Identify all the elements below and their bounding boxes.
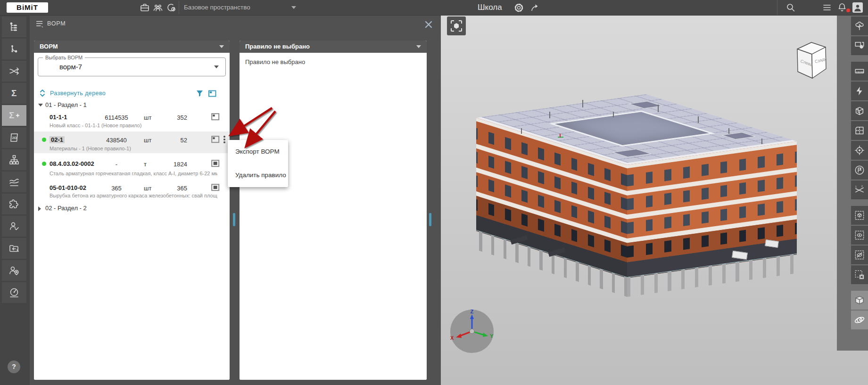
svg-text:2: 2 <box>861 185 863 188</box>
row-value: 6114535 <box>91 114 142 121</box>
bopm-panel-body: Выбрать ВОРМ ворм-7 Развернуть дерево 01… <box>34 53 230 380</box>
3d-viewport[interactable]: Слева Сзади Z X Y <box>441 15 868 385</box>
expand-tree-link[interactable]: Развернуть дерево <box>50 90 106 97</box>
navigation-cube[interactable]: Слева Сзади <box>794 36 831 83</box>
stairs <box>765 239 779 248</box>
project-title: Школа <box>478 3 502 12</box>
row-qty: 365 <box>165 185 187 192</box>
search-icon[interactable] <box>785 2 796 13</box>
row-value: - <box>91 161 142 168</box>
chevron-down-icon[interactable] <box>416 45 421 48</box>
row-qty: 352 <box>165 114 187 121</box>
floorplan-icon[interactable] <box>851 121 868 140</box>
frame-corner-icon[interactable] <box>211 136 220 143</box>
flash-icon[interactable] <box>851 82 868 100</box>
scrollbar-thumb[interactable] <box>233 213 235 226</box>
tree-section[interactable]: 01 - Раздел - 1 <box>45 101 87 108</box>
isolate-cube-icon[interactable] <box>851 206 868 225</box>
caret-down-icon[interactable] <box>291 6 296 9</box>
axes-grid-icon[interactable]: 21 <box>851 180 868 199</box>
row-unit: шт <box>144 114 151 121</box>
model-tree-icon[interactable] <box>2 16 26 37</box>
folder-export-icon[interactable] <box>2 238 26 259</box>
menu-item-export-bopm[interactable]: Экспорт ВОРМ <box>228 140 288 164</box>
notifications-bell-icon[interactable] <box>836 2 848 13</box>
row-desc: Материалы - 1 (Новое правило-1) <box>50 146 217 151</box>
row-unit: т <box>144 161 147 168</box>
deselect-icon[interactable] <box>851 265 868 284</box>
select-objects-icon[interactable] <box>851 36 868 55</box>
workspace-select[interactable]: Базовое пространство <box>184 4 250 11</box>
row-desc: Новый класс - 01-1-1 (Новое правило) <box>50 123 217 128</box>
dashboard-gauge-icon[interactable] <box>2 282 26 303</box>
plugins-icon[interactable] <box>2 194 26 214</box>
row-desc: Сталь арматурная горячекатаная гладкая, … <box>50 171 217 176</box>
menu-list-icon[interactable] <box>821 2 833 13</box>
menu-item-delete-rule[interactable]: Удалить правило <box>228 164 288 187</box>
orbit-icon[interactable] <box>851 311 868 329</box>
tree-section[interactable]: 02 - Раздел - 2 <box>45 205 87 212</box>
axis-x-label: X <box>450 335 454 341</box>
view-cube-icon[interactable] <box>851 291 868 310</box>
connections-icon[interactable] <box>2 39 26 59</box>
tree-caret-open[interactable] <box>38 104 43 106</box>
team-icon[interactable] <box>152 2 164 13</box>
briefcase-icon[interactable] <box>139 2 150 13</box>
user-check-icon[interactable] <box>2 216 26 237</box>
frame-select-icon[interactable] <box>208 90 216 97</box>
capture-view-button[interactable] <box>447 16 466 35</box>
version-icon[interactable] <box>165 2 177 13</box>
share-icon[interactable] <box>530 2 541 14</box>
app-window: BiMiT Базовое пространство Школа <box>0 0 868 385</box>
user-avatar[interactable] <box>852 2 863 13</box>
canopy <box>510 235 528 245</box>
sum-add-icon[interactable]: Σ <box>2 105 26 126</box>
app-logo[interactable]: BiMiT <box>7 2 48 13</box>
frame-filled-icon[interactable] <box>211 160 220 167</box>
show-eye-icon[interactable] <box>851 226 868 245</box>
flag-icon[interactable] <box>851 161 868 180</box>
bopm-panel-header[interactable]: ВОРМ <box>34 41 230 53</box>
help-button[interactable]: ? <box>8 360 20 373</box>
row-menu-kebab-icon[interactable] <box>223 136 225 144</box>
rule-panel-header[interactable]: Правило не выбрано <box>240 41 427 53</box>
axis-gizmo[interactable]: Z X Y <box>449 309 495 354</box>
row-code-highlight: 02-1 <box>50 136 65 143</box>
section-box-icon[interactable] <box>851 101 868 120</box>
expand-collapse-icon[interactable] <box>39 89 46 97</box>
left-toolbar: Σ Σ 2D ? <box>0 15 30 385</box>
top-bar: BiMiT Базовое пространство Школа <box>0 0 868 16</box>
frame-corner-icon[interactable] <box>211 113 220 121</box>
chevron-down-icon[interactable] <box>219 45 224 48</box>
environment-tree-icon[interactable] <box>851 16 868 35</box>
close-icon[interactable] <box>424 20 433 29</box>
settings-gear-icon[interactable] <box>513 2 525 14</box>
building-piles-left <box>476 230 627 297</box>
building-wall-left <box>476 118 627 278</box>
match-icon[interactable] <box>2 61 26 82</box>
building-roof <box>476 94 797 165</box>
row-qty: 1824 <box>165 161 187 168</box>
trends-icon[interactable] <box>2 172 26 192</box>
ruler-icon[interactable] <box>851 62 868 81</box>
org-chart-icon[interactable] <box>2 149 26 170</box>
building-wall-right <box>627 141 797 278</box>
row-value: 438540 <box>91 137 142 144</box>
focus-target-icon[interactable] <box>851 141 868 160</box>
canopy <box>548 247 565 257</box>
user-location-icon[interactable] <box>2 260 26 281</box>
bopm-select-value: ворм-7 <box>45 63 97 71</box>
row-code: 01-1-1 <box>50 114 67 121</box>
hide-eye-icon[interactable] <box>851 246 868 264</box>
sum-icon[interactable]: Σ <box>2 83 26 104</box>
status-dot <box>42 162 46 166</box>
tree-caret-closed[interactable] <box>38 206 41 211</box>
status-dot <box>42 138 46 142</box>
chevron-down-icon[interactable] <box>214 66 219 68</box>
filter-icon[interactable] <box>196 90 203 97</box>
scrollbar-thumb[interactable] <box>429 213 431 226</box>
panel-menu-icon[interactable] <box>35 19 46 30</box>
bopm-select[interactable]: Выбрать ВОРМ ворм-7 <box>38 57 226 76</box>
doc-2d-icon[interactable]: 2D <box>2 127 26 148</box>
frame-filled-icon[interactable] <box>211 184 220 191</box>
